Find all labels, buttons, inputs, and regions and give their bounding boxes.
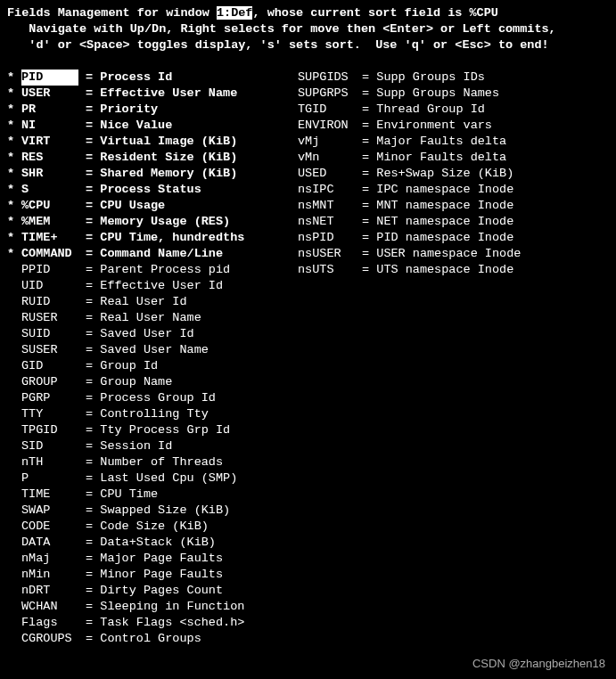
toggle-marker	[7, 342, 21, 358]
field-row[interactable]: nTH = Number of Threads	[7, 454, 275, 470]
field-name: SUID	[21, 326, 78, 342]
field-name: VIRT	[21, 134, 78, 150]
header-help-line2: 'd' or <Space> toggles display, 's' sets…	[7, 37, 609, 53]
equals-separator: =	[355, 150, 376, 166]
toggle-marker	[7, 599, 21, 615]
field-row[interactable]: nMaj = Major Page Faults	[7, 551, 275, 567]
fields-column-1[interactable]: * PID = Process Id* USER = Effective Use…	[7, 70, 275, 647]
toggle-marker	[7, 583, 21, 599]
field-row[interactable]: SUSER = Saved User Name	[7, 342, 275, 358]
equals-separator: =	[78, 310, 100, 326]
field-row[interactable]: * S = Process Status	[7, 182, 275, 198]
field-row[interactable]: P = Last Used Cpu (SMP)	[7, 470, 275, 487]
equals-separator: =	[78, 406, 100, 422]
field-row[interactable]: nsUTS = UTS namespace Inode	[283, 262, 521, 278]
field-name: Flags	[21, 615, 78, 631]
field-row[interactable]: * COMMAND = Command Name/Line	[7, 246, 275, 262]
field-row[interactable]: RUID = Real User Id	[7, 294, 275, 310]
field-row[interactable]: SID = Session Id	[7, 438, 275, 454]
field-row[interactable]: RUSER = Real User Name	[7, 310, 275, 326]
field-description: Group Name	[100, 374, 172, 390]
field-row[interactable]: TPGID = Tty Process Grp Id	[7, 422, 275, 438]
toggle-marker	[7, 358, 21, 374]
field-name: SWAP	[21, 503, 78, 519]
field-row[interactable]: SUPGIDS = Supp Groups IDs	[283, 70, 521, 86]
equals-separator: =	[78, 358, 100, 374]
field-row[interactable]: DATA = Data+Stack (KiB)	[7, 535, 275, 551]
field-row[interactable]: WCHAN = Sleeping in Function	[7, 599, 275, 615]
field-row[interactable]: * RES = Resident Size (KiB)	[7, 150, 275, 166]
field-row[interactable]: * VIRT = Virtual Image (KiB)	[7, 134, 275, 150]
equals-separator: =	[78, 422, 100, 438]
field-row[interactable]: SUPGRPS = Supp Groups Names	[283, 86, 521, 102]
field-row[interactable]: nMin = Minor Page Faults	[7, 567, 275, 583]
equals-separator: =	[78, 150, 100, 166]
field-row[interactable]: * TIME+ = CPU Time, hundredths	[7, 230, 275, 246]
equals-separator: =	[78, 182, 100, 198]
field-row[interactable]: GID = Group Id	[7, 358, 275, 374]
field-row[interactable]: nsPID = PID namespace Inode	[283, 230, 521, 246]
equals-separator: =	[78, 631, 100, 647]
field-name: nsNET	[298, 214, 355, 230]
field-row[interactable]: PGRP = Process Group Id	[7, 390, 275, 406]
toggle-marker	[7, 326, 21, 342]
field-description: Effective User Name	[100, 86, 237, 102]
toggle-marker: *	[7, 118, 21, 134]
field-row[interactable]: TIME = CPU Time	[7, 487, 275, 503]
field-row[interactable]: vMn = Minor Faults delta	[283, 150, 521, 166]
field-row[interactable]: nsMNT = MNT namespace Inode	[283, 198, 521, 214]
equals-separator: =	[78, 615, 100, 631]
field-description: Major Faults delta	[376, 134, 506, 150]
field-row[interactable]: nsUSER = USER namespace Inode	[283, 246, 521, 262]
field-row[interactable]: UID = Effective User Id	[7, 278, 275, 294]
field-name: P	[21, 470, 78, 487]
field-row[interactable]: * PR = Priority	[7, 102, 275, 118]
field-description: CPU Usage	[100, 198, 165, 214]
field-row[interactable]: * %CPU = CPU Usage	[7, 198, 275, 214]
field-row[interactable]: CGROUPS = Control Groups	[7, 631, 275, 647]
equals-separator: =	[78, 198, 100, 214]
field-row[interactable]: * USER = Effective User Name	[7, 86, 275, 102]
toggle-marker	[7, 551, 21, 567]
field-row[interactable]: SUID = Saved User Id	[7, 326, 275, 342]
toggle-marker: *	[7, 70, 21, 86]
field-row[interactable]: TGID = Thread Group Id	[283, 102, 521, 118]
toggle-marker	[283, 198, 298, 214]
toggle-marker: *	[7, 230, 21, 246]
field-name: GID	[21, 358, 78, 374]
toggle-marker	[7, 567, 21, 583]
field-row[interactable]: ENVIRON = Environment vars	[283, 118, 521, 134]
field-name: RES	[21, 150, 78, 166]
toggle-marker	[7, 294, 21, 310]
field-row[interactable]: nsIPC = IPC namespace Inode	[283, 182, 521, 198]
equals-separator: =	[355, 214, 376, 230]
field-row[interactable]: TTY = Controlling Tty	[7, 406, 275, 422]
field-description: Tty Process Grp Id	[100, 422, 230, 438]
equals-separator: =	[78, 278, 100, 294]
field-row[interactable]: SWAP = Swapped Size (KiB)	[7, 503, 275, 519]
fields-column-2[interactable]: SUPGIDS = Supp Groups IDs SUPGRPS = Supp…	[283, 70, 521, 647]
field-description: Priority	[100, 102, 158, 118]
equals-separator: =	[355, 166, 376, 182]
field-row[interactable]: USED = Res+Swap Size (KiB)	[283, 166, 521, 182]
field-row[interactable]: Flags = Task Flags <sched.h>	[7, 615, 275, 631]
equals-separator: =	[78, 583, 100, 599]
field-row[interactable]: nsNET = NET namespace Inode	[283, 214, 521, 230]
field-row[interactable]: CODE = Code Size (KiB)	[7, 519, 275, 535]
field-row[interactable]: GROUP = Group Name	[7, 374, 275, 390]
toggle-marker	[7, 487, 21, 503]
field-row[interactable]: * NI = Nice Value	[7, 118, 275, 134]
field-row[interactable]: * PID = Process Id	[7, 70, 275, 86]
field-row[interactable]: vMj = Major Faults delta	[283, 134, 521, 150]
field-row[interactable]: nDRT = Dirty Pages Count	[7, 583, 275, 599]
window-label: 1:Def	[217, 6, 253, 20]
field-row[interactable]: * SHR = Shared Memory (KiB)	[7, 166, 275, 182]
field-description: PID namespace Inode	[376, 230, 513, 246]
toggle-marker	[7, 278, 21, 294]
field-name: USER	[21, 86, 78, 102]
field-row[interactable]: * %MEM = Memory Usage (RES)	[7, 214, 275, 230]
field-description: Effective User Id	[100, 278, 223, 294]
field-name: nMaj	[21, 551, 78, 567]
field-name: UID	[21, 278, 78, 294]
field-row[interactable]: PPID = Parent Process pid	[7, 262, 275, 278]
